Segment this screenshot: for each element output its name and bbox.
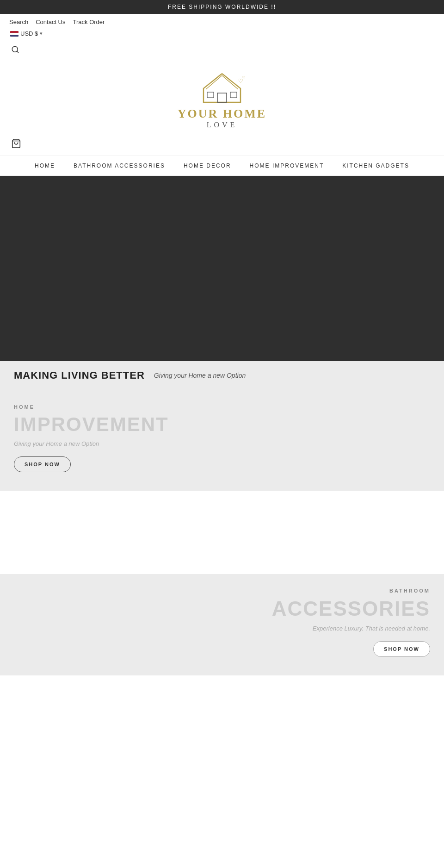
cart-row (0, 134, 444, 156)
svg-rect-3 (207, 92, 214, 98)
flag-icon (10, 31, 18, 37)
svg-line-1 (17, 51, 18, 52)
improvement-label: HOME (14, 404, 430, 410)
chevron-down-icon: ▾ (40, 31, 43, 37)
improvement-description: Giving your Home a new Option (14, 440, 430, 447)
bottom-white-space (0, 675, 444, 814)
accessories-title: ACCESSORIES (14, 597, 430, 620)
accessories-shop-now-button[interactable]: SHOP NOW (373, 641, 430, 657)
logo-area: ♡ ♡ YOUR HOME LOVE (0, 61, 444, 134)
currency-label: USD $ (20, 30, 38, 37)
logo-text-sub: LOVE (207, 121, 238, 129)
nav-item-home[interactable]: HOME (35, 162, 55, 169)
nav-item-improvement[interactable]: HOME IMPROVEMENT (250, 162, 324, 169)
track-order-link[interactable]: Track Order (73, 19, 105, 25)
improvement-shop-now-button[interactable]: SHOP NOW (14, 456, 71, 472)
making-living-banner: MAKING LIVING BETTER Giving your Home a … (0, 361, 444, 390)
logo-text-main: YOUR HOME (178, 107, 266, 121)
announcement-text: FREE SHIPPING WORLDWIDE !! (168, 4, 276, 10)
search-icon (11, 45, 19, 54)
accessories-section: BATHROOM ACCESSORIES Experience Luxury. … (0, 574, 444, 675)
logo[interactable]: ♡ ♡ YOUR HOME LOVE (178, 70, 266, 129)
main-nav: HOME BATHROOM ACCESSORIES HOME DECOR HOM… (0, 156, 444, 176)
svg-rect-4 (230, 92, 237, 98)
nav-item-decor[interactable]: HOME DECOR (184, 162, 231, 169)
currency-selector[interactable]: USD $ ▾ (10, 30, 435, 37)
announcement-bar: FREE SHIPPING WORLDWIDE !! (0, 0, 444, 14)
search-row (0, 41, 444, 61)
making-living-title: MAKING LIVING BETTER (14, 369, 145, 381)
logo-icon: ♡ ♡ (194, 70, 250, 107)
nav-item-bathroom[interactable]: BATHROOM ACCESSORIES (74, 162, 165, 169)
improvement-title: IMPROVEMENT (14, 413, 430, 436)
search-link[interactable]: Search (9, 19, 28, 25)
accessories-description: Experience Luxury. That is needed at hom… (14, 625, 430, 632)
utility-nav: Search Contact Us Track Order (0, 14, 444, 30)
cart-icon-button[interactable] (9, 137, 23, 153)
accessories-label: BATHROOM (14, 588, 430, 593)
cart-icon (11, 138, 21, 149)
hero-section (0, 176, 444, 361)
svg-text:♡: ♡ (242, 76, 245, 80)
home-improvement-section: HOME IMPROVEMENT Giving your Home a new … (0, 390, 444, 491)
svg-rect-2 (217, 93, 227, 102)
making-living-subtitle: Giving your Home a new Option (154, 372, 246, 379)
contact-link[interactable]: Contact Us (36, 19, 65, 25)
white-space-1 (0, 491, 444, 574)
search-icon-button[interactable] (9, 44, 21, 58)
nav-item-kitchen[interactable]: KITCHEN GADGETS (342, 162, 409, 169)
